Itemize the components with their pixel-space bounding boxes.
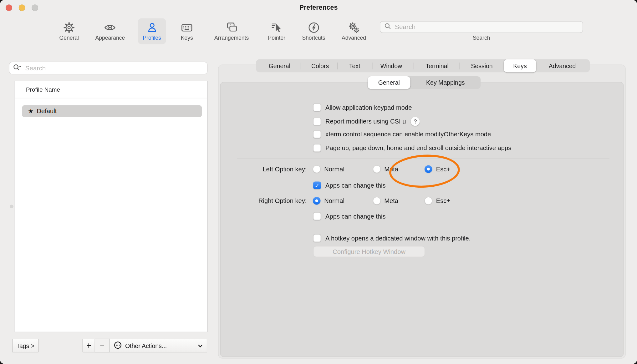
checkbox-hotkey-window[interactable] <box>313 234 321 242</box>
lightning-icon <box>308 22 320 34</box>
checkbox-label: Page up, page down, home and end scroll … <box>325 144 511 152</box>
toolbar-label-general: General <box>59 35 79 41</box>
toolbar-label-arrangements: Arrangements <box>214 35 249 41</box>
toolbar-item-profiles[interactable]: Profiles <box>138 18 166 44</box>
check-icon: ✓ <box>315 183 319 188</box>
toolbar-item-advanced[interactable]: Advanced <box>337 18 371 44</box>
toolbar-item-general[interactable]: General <box>54 18 84 44</box>
toolbar-item-shortcuts[interactable]: Shortcuts <box>297 18 330 44</box>
add-profile-button[interactable]: + <box>83 339 95 352</box>
radio-left-esc-selected[interactable] <box>425 165 432 173</box>
left-option-key-label: Left Option key: <box>217 166 307 173</box>
radio-right-normal-selected[interactable] <box>313 197 321 205</box>
profile-search-input[interactable] <box>24 64 204 72</box>
header-divider <box>15 98 207 98</box>
profile-list: Profile Name ★ Default <box>15 81 208 332</box>
section-divider <box>237 158 609 158</box>
radio-right-esc[interactable] <box>425 197 432 205</box>
checkbox-page-scroll[interactable] <box>313 144 321 152</box>
toolbar-search-input[interactable] <box>394 23 579 31</box>
profile-list-header: Profile Name <box>26 81 60 98</box>
radio-label-normal: Normal <box>324 165 344 173</box>
checkbox-label: A hotkey opens a dedicated window with t… <box>325 235 471 242</box>
help-button[interactable]: ? <box>411 117 420 126</box>
checkbox-label: Apps can change this <box>325 182 385 189</box>
radio-right-meta[interactable] <box>373 197 381 205</box>
keys-subtab-bar: General Key Mappings <box>368 76 481 89</box>
row-apps-can-change-right: Apps can change this <box>313 212 385 220</box>
toolbar-label-appearance: Appearance <box>95 35 125 41</box>
tab-keys-selected[interactable]: Keys <box>504 59 536 73</box>
minus-icon: − <box>100 341 104 350</box>
profile-name: Default <box>37 108 57 115</box>
radio-left-normal[interactable] <box>313 165 321 173</box>
double-gear-icon <box>348 22 360 34</box>
row-hotkey: A hotkey opens a dedicated window with t… <box>313 234 471 242</box>
profile-row-default[interactable]: ★ Default <box>22 105 202 117</box>
keys-general-panel <box>220 82 624 357</box>
radio-label-esc: Esc+ <box>436 197 450 204</box>
left-option-radios: Normal Meta Esc+ <box>313 165 450 173</box>
search-icon <box>384 23 391 31</box>
window-title: Preferences <box>0 4 637 12</box>
search-scope-icon <box>13 63 22 73</box>
plus-icon: + <box>86 341 91 350</box>
cursor-icon <box>271 22 283 34</box>
toolbar-label-profiles: Profiles <box>143 35 161 41</box>
toolbar-item-appearance[interactable]: Appearance <box>90 18 130 44</box>
toolbar-label-keys: Keys <box>181 35 193 41</box>
toolbar-search-field[interactable] <box>380 21 583 33</box>
eye-icon <box>104 22 116 34</box>
radio-label-esc: Esc+ <box>436 165 450 173</box>
radio-label-meta: Meta <box>384 165 398 173</box>
gear-icon <box>63 22 75 34</box>
toolbar-label-shortcuts: Shortcuts <box>302 35 325 41</box>
checkbox-apps-change-left-checked[interactable]: ✓ <box>313 181 321 189</box>
profile-actions-group: + − Other Actions... <box>83 339 207 352</box>
star-icon: ★ <box>28 108 33 115</box>
toolbar-label-advanced: Advanced <box>342 35 366 41</box>
person-icon <box>146 22 158 34</box>
checkbox-label: Report modifiers using CSI u <box>325 118 406 125</box>
toolbar-label-pointer: Pointer <box>268 35 285 41</box>
checkbox-label: Allow application keypad mode <box>325 104 412 111</box>
tab-session[interactable]: Session <box>453 59 510 73</box>
tab-advanced[interactable]: Advanced <box>534 59 591 73</box>
radio-label-meta: Meta <box>384 197 398 204</box>
checkbox-apps-change-right[interactable] <box>313 212 321 220</box>
remove-profile-button[interactable]: − <box>95 339 110 352</box>
toolbar-search-caption: Search <box>441 35 522 41</box>
profile-tabbar: General Colors Text Window Terminal Sess… <box>256 59 590 73</box>
checkbox-csi-u[interactable] <box>313 118 321 125</box>
subtab-general-selected[interactable]: General <box>368 76 410 89</box>
row-keypad-mode: Allow application keypad mode <box>313 104 412 111</box>
radio-label-normal: Normal <box>324 197 344 204</box>
configure-hotkey-window-button[interactable]: Configure Hotkey Window <box>313 246 425 257</box>
right-option-radios: Normal Meta Esc+ <box>313 197 450 205</box>
other-actions-dropdown[interactable]: Other Actions... <box>110 339 207 352</box>
ellipsis-circle-icon <box>114 341 122 350</box>
screen: Preferences General Appearance <box>0 0 637 364</box>
profile-search-field[interactable] <box>9 62 208 74</box>
tags-button[interactable]: Tags > <box>12 339 38 352</box>
section-divider <box>237 228 609 228</box>
row-apps-can-change-left: ✓ Apps can change this <box>313 181 385 189</box>
toolbar-item-keys[interactable]: Keys <box>176 18 198 44</box>
toolbar-item-arrangements[interactable]: Arrangements <box>209 18 253 44</box>
keyboard-icon <box>181 22 193 34</box>
row-csi-u: Report modifiers using CSI u ? <box>313 117 420 126</box>
checkbox-label: xterm control sequence can enable modify… <box>325 130 491 138</box>
subtab-key-mappings[interactable]: Key Mappings <box>410 76 481 89</box>
checkbox-keypad-mode[interactable] <box>313 104 321 111</box>
windows-icon <box>226 22 238 34</box>
radio-left-meta[interactable] <box>373 165 381 173</box>
checkbox-label: Apps can change this <box>325 213 385 220</box>
row-page-scroll: Page up, page down, home and end scroll … <box>313 144 511 152</box>
tags-button-label: Tags > <box>16 342 34 349</box>
splitter-dot[interactable] <box>10 205 13 208</box>
checkbox-modify-other-keys[interactable] <box>313 130 321 138</box>
toolbar-item-pointer[interactable]: Pointer <box>263 18 290 44</box>
other-actions-label: Other Actions... <box>125 342 167 349</box>
preferences-window: Preferences General Appearance <box>0 0 637 364</box>
chevron-down-icon <box>197 343 203 350</box>
